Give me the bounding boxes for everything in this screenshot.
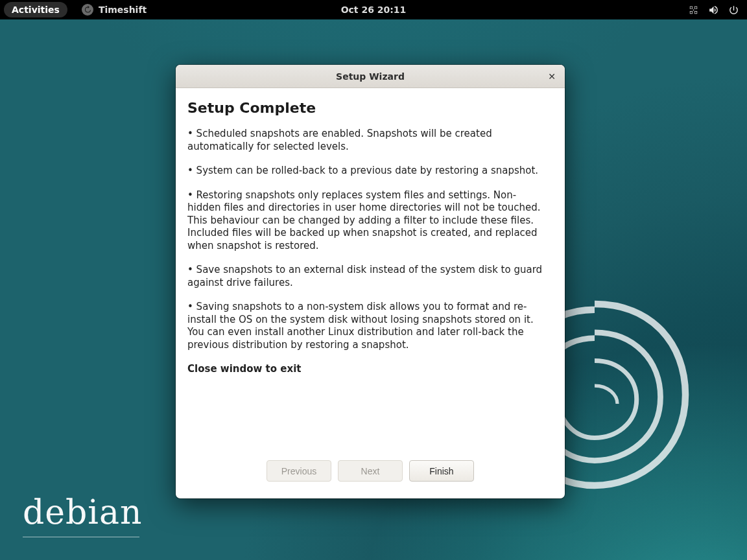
- info-bullet: • System can be rolled-back to a previou…: [187, 165, 547, 178]
- window-title: Setup Wizard: [336, 71, 405, 82]
- finish-button[interactable]: Finish: [409, 460, 474, 482]
- power-icon[interactable]: [728, 5, 739, 16]
- wizard-page: Setup Complete • Scheduled snapshots are…: [176, 88, 565, 498]
- close-icon[interactable]: ✕: [545, 70, 558, 83]
- gnome-top-panel: Activities Timeshift Oct 26 20:11: [0, 0, 747, 19]
- app-menu-label: Timeshift: [99, 5, 147, 15]
- previous-button: Previous: [267, 460, 331, 482]
- page-heading: Setup Complete: [187, 100, 553, 116]
- debian-wordmark: debian: [23, 493, 142, 537]
- close-hint: Close window to exit: [187, 363, 547, 376]
- info-bullet: • Save snapshots to an external disk ins…: [187, 264, 547, 289]
- info-bullet: • Saving snapshots to a non-system disk …: [187, 301, 547, 351]
- wizard-body: • Scheduled snapshots are enabled. Snaps…: [187, 128, 553, 451]
- desktop: debian Activities Timeshift Oct 26 20:11…: [0, 0, 747, 560]
- wizard-actions: Previous Next Finish: [187, 451, 553, 493]
- timeshift-icon: [82, 4, 93, 16]
- info-bullet: • Scheduled snapshots are enabled. Snaps…: [187, 128, 547, 153]
- volume-icon[interactable]: [708, 5, 719, 16]
- window-titlebar[interactable]: Setup Wizard ✕: [176, 65, 565, 88]
- setup-wizard-window: Setup Wizard ✕ Setup Complete • Schedule…: [176, 65, 565, 498]
- clock[interactable]: Oct 26 20:11: [341, 5, 407, 15]
- network-icon[interactable]: [688, 5, 699, 16]
- info-bullet: • Restoring snapshots only replaces syst…: [187, 189, 547, 253]
- next-button: Next: [338, 460, 403, 482]
- system-tray: [688, 5, 747, 16]
- activities-button[interactable]: Activities: [4, 2, 67, 18]
- app-menu[interactable]: Timeshift: [82, 4, 147, 16]
